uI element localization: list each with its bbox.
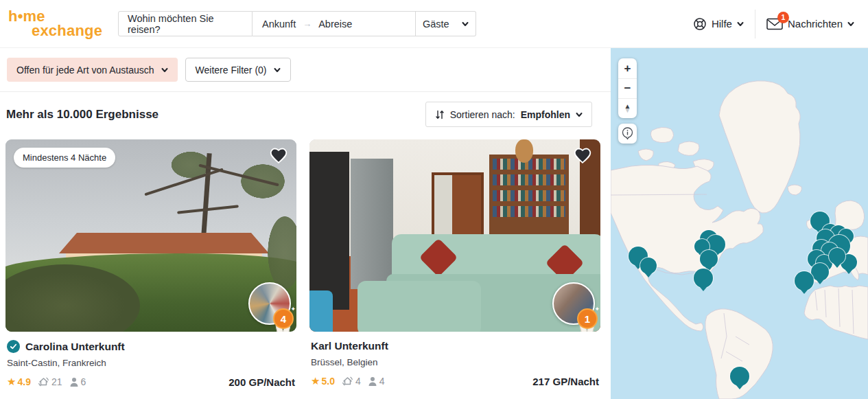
host-badge: 4 ✦ <box>273 308 294 329</box>
listing-price: 217 GP/Nacht <box>532 376 599 387</box>
date-range-field[interactable]: Ankunft → Abreise <box>253 11 416 36</box>
logo-line2: exchange <box>32 24 111 38</box>
exchange-house-icon <box>342 376 353 387</box>
info-pin-icon <box>622 127 633 140</box>
header: h•me exchange Wohin möchten Sie reisen? … <box>0 0 868 48</box>
min-nights-badge: Mindestens 4 Nächte <box>14 148 115 168</box>
star-icon: ★ <box>311 375 320 387</box>
map-marker[interactable] <box>694 269 713 288</box>
favorite-heart-icon[interactable] <box>269 146 288 164</box>
results-panel: Offen für jede Art von Austausch Weitere… <box>0 48 611 399</box>
sort-dropdown[interactable]: Sortieren nach: Empfohlen <box>425 102 592 127</box>
listing-title[interactable]: Carolina Unterkunft <box>25 341 125 353</box>
host-badge: 1 ✦ <box>577 308 598 329</box>
listing-title[interactable]: Karl Unterkunft <box>311 340 388 352</box>
lifebuoy-icon <box>693 17 707 31</box>
sort-arrows-icon <box>435 110 445 119</box>
help-menu[interactable]: Hilfe <box>682 10 755 38</box>
arrival-label[interactable]: Ankunft <box>262 19 296 30</box>
tilt-down-icon: ▼ <box>624 109 631 113</box>
results-header-row: Mehr als 10.000 Ergebnisse Sortieren nac… <box>0 92 611 135</box>
destination-search-input[interactable]: Wohin möchten Sie reisen? <box>118 11 253 36</box>
sparkle-icon: ✦ <box>290 306 296 312</box>
zoom-in-button[interactable]: + <box>618 58 637 78</box>
sort-value: Empfohlen <box>521 109 570 120</box>
messages-label: Nachrichten <box>788 18 843 30</box>
map-zoom-control: + − ▲ ▼ <box>618 58 637 118</box>
listing-price: 200 GP/Nacht <box>228 376 295 388</box>
zoom-out-button[interactable]: − <box>618 78 637 98</box>
chevron-down-icon <box>462 21 469 27</box>
person-icon <box>368 376 377 387</box>
more-filters-button[interactable]: Weitere Filter (0) <box>185 58 291 82</box>
map-marker[interactable] <box>811 263 829 281</box>
listing-card: Mindestens 4 Nächte 4 ✦ Ca <box>5 139 296 388</box>
star-icon: ★ <box>7 376 16 388</box>
search-bar: Wohin möchten Sie reisen? Ankunft → Abre… <box>118 11 476 36</box>
envelope-icon: 1 <box>766 18 783 30</box>
verified-check-icon <box>7 340 20 353</box>
map-marker[interactable] <box>829 248 845 264</box>
more-filters-label: Weitere Filter (0) <box>196 65 267 76</box>
tilt-control-button[interactable]: ▲ ▼ <box>618 98 637 118</box>
results-count-heading: Mehr als 10.000 Ergebnisse <box>6 108 159 122</box>
chevron-down-icon <box>847 21 854 27</box>
listing-photo[interactable]: 1 ✦ <box>309 139 600 332</box>
chevron-down-icon <box>737 21 744 27</box>
listing-info: Karl Unterkunft Brüssel, Belgien ★ 5.0 4… <box>309 332 600 387</box>
exchange-house-icon <box>38 376 49 387</box>
header-right: Hilfe 1 Nachrichten <box>682 0 868 47</box>
map-marker[interactable] <box>700 250 718 268</box>
filter-row: Offen für jede Art von Austausch Weitere… <box>0 48 611 91</box>
listing-cards: Mindestens 4 Nächte 4 ✦ Ca <box>0 139 611 388</box>
listing-rating: 5.0 <box>321 376 334 387</box>
messages-menu[interactable]: 1 Nachrichten <box>755 10 868 38</box>
exchange-count: 21 <box>51 376 62 387</box>
homeexchange-logo[interactable]: h•me exchange <box>8 10 111 38</box>
listing-info: Carolina Unterkunft Saint-Castin, Frankr… <box>5 332 296 388</box>
listing-rating: 4.9 <box>17 376 30 387</box>
guest-count: 4 <box>379 376 385 387</box>
sort-prefix: Sortieren nach: <box>450 109 515 120</box>
map-marker[interactable] <box>640 258 657 274</box>
chevron-down-icon <box>274 67 281 73</box>
map-marker[interactable] <box>795 271 814 290</box>
messages-badge: 1 <box>777 12 789 23</box>
chevron-down-icon <box>576 111 583 118</box>
map-panel[interactable]: + − ▲ ▼ <box>611 48 868 399</box>
sparkle-icon: ✦ <box>594 306 600 312</box>
arrow-right-icon: → <box>303 19 312 29</box>
host-avatar[interactable]: 1 ✦ <box>552 282 595 325</box>
favorite-heart-icon[interactable] <box>573 146 592 164</box>
exchange-type-filter[interactable]: Offen für jede Art von Austausch <box>7 58 178 82</box>
listing-photo[interactable]: Mindestens 4 Nächte 4 ✦ <box>5 139 296 332</box>
exchange-type-filter-label: Offen für jede Art von Austausch <box>16 65 154 76</box>
listing-location: Brüssel, Belgien <box>311 357 599 367</box>
guest-count: 6 <box>81 376 86 387</box>
guests-select[interactable]: Gäste <box>416 11 476 36</box>
departure-label[interactable]: Abreise <box>318 19 352 30</box>
chevron-down-icon <box>161 67 168 73</box>
listing-meta: ★ 5.0 4 4 217 GP/Nacht <box>311 375 599 387</box>
guests-label: Gäste <box>423 19 449 30</box>
listing-card: 1 ✦ Karl Unterkunft Brüssel, Belgien ★ 5… <box>309 139 600 388</box>
map-info-button[interactable] <box>618 124 637 144</box>
host-avatar[interactable]: 4 ✦ <box>248 282 291 325</box>
person-icon <box>69 377 79 387</box>
listing-meta: ★ 4.9 21 6 200 GP/Nacht <box>7 376 295 388</box>
exchange-count: 4 <box>355 376 361 387</box>
listing-location: Saint-Castin, Frankreich <box>7 358 295 368</box>
help-label: Hilfe <box>712 18 732 30</box>
map-marker[interactable] <box>730 367 749 386</box>
